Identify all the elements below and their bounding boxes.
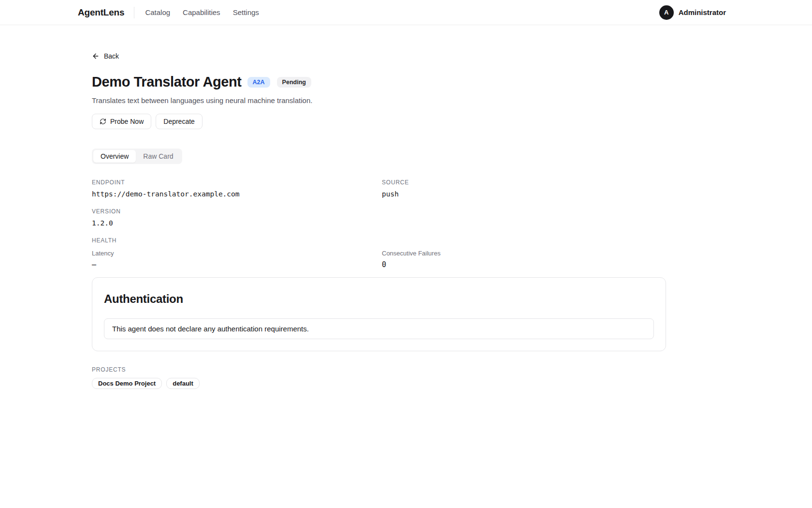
authentication-title: Authentication — [104, 292, 654, 306]
consecutive-failures-value: 0 — [382, 260, 666, 269]
action-buttons: Probe Now Deprecate — [92, 114, 666, 129]
health-label: HEALTH — [92, 237, 666, 244]
project-chip-docs-demo[interactable]: Docs Demo Project — [92, 378, 162, 389]
endpoint-field: ENDPOINT https://demo-translator.example… — [92, 179, 376, 198]
agent-details: ENDPOINT https://demo-translator.example… — [92, 179, 666, 269]
nav-item-catalog[interactable]: Catalog — [145, 8, 170, 16]
projects-section: PROJECTS Docs Demo Project default — [92, 366, 666, 389]
health-section: HEALTH Latency — Consecutive Failures 0 — [92, 237, 666, 269]
version-value: 1.2.0 — [92, 219, 666, 227]
protocol-badge: A2A — [247, 77, 270, 88]
view-tabs: Overview Raw Card — [92, 149, 182, 164]
nav-divider — [134, 7, 134, 18]
consecutive-failures-label: Consecutive Failures — [382, 250, 666, 257]
back-button[interactable]: Back — [92, 52, 119, 60]
back-label: Back — [104, 52, 119, 60]
latency-label: Latency — [92, 250, 376, 257]
probe-now-label: Probe Now — [110, 118, 144, 125]
nav-item-settings[interactable]: Settings — [233, 8, 259, 16]
authentication-card: Authentication This agent does not decla… — [92, 277, 666, 351]
authentication-empty-message: This agent does not declare any authenti… — [104, 318, 654, 339]
agent-description: Translates text between languages using … — [92, 96, 666, 105]
source-value: push — [382, 190, 666, 198]
avatar: A — [659, 5, 674, 20]
refresh-icon — [100, 118, 106, 125]
topbar-left: AgentLens Catalog Capabilities Settings — [78, 7, 259, 18]
project-chips: Docs Demo Project default — [92, 378, 666, 389]
main-content: Back Demo Translator Agent A2A Pending T… — [0, 25, 666, 389]
tab-raw-card[interactable]: Raw Card — [136, 150, 180, 163]
version-label: VERSION — [92, 208, 666, 215]
deprecate-label: Deprecate — [163, 118, 195, 125]
title-row: Demo Translator Agent A2A Pending — [92, 74, 666, 90]
deprecate-button[interactable]: Deprecate — [156, 114, 203, 129]
source-field: SOURCE push — [382, 179, 666, 198]
status-badge: Pending — [277, 77, 311, 88]
version-field: VERSION 1.2.0 — [92, 208, 666, 227]
endpoint-label: ENDPOINT — [92, 179, 376, 186]
user-menu[interactable]: A Administrator — [659, 5, 726, 20]
nav-item-capabilities[interactable]: Capabilities — [183, 8, 220, 16]
brand-logo[interactable]: AgentLens — [78, 7, 124, 18]
consecutive-failures-field: Consecutive Failures 0 — [382, 250, 666, 269]
top-navigation-bar: AgentLens Catalog Capabilities Settings … — [0, 0, 812, 25]
latency-field: Latency — — [92, 250, 376, 269]
projects-label: PROJECTS — [92, 366, 666, 373]
user-name: Administrator — [679, 8, 726, 16]
probe-now-button[interactable]: Probe Now — [92, 114, 151, 129]
page-title: Demo Translator Agent — [92, 74, 242, 90]
arrow-left-icon — [92, 52, 100, 60]
tab-overview[interactable]: Overview — [93, 150, 136, 163]
project-chip-default[interactable]: default — [166, 378, 200, 389]
endpoint-value: https://demo-translator.example.com — [92, 190, 376, 198]
latency-value: — — [92, 260, 376, 269]
source-label: SOURCE — [382, 179, 666, 186]
main-nav: Catalog Capabilities Settings — [145, 8, 259, 16]
